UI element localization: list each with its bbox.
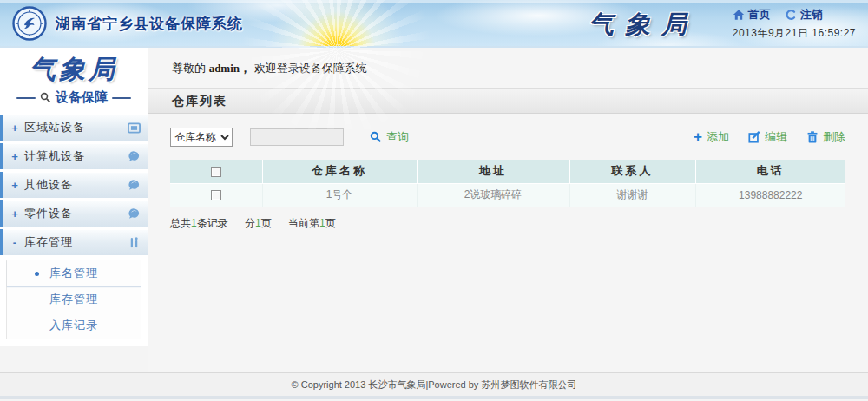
expand-plus-icon: + [11, 122, 18, 135]
collapse-minus-icon: - [11, 236, 18, 249]
pagination-text: 条记录 [197, 217, 228, 229]
bureau-title: 气象局 [589, 8, 698, 43]
query-button-label: 查询 [386, 129, 409, 145]
footer-bottom-strip [0, 396, 868, 399]
header-cell-warehouse-name: 仓库名称 [262, 160, 417, 183]
row-cell-phone: 13988882222 [695, 183, 845, 207]
query-button[interactable]: 查询 [370, 129, 409, 145]
submenu-item-inventory-management[interactable]: 库存管理 [7, 286, 141, 312]
sidebar-item-inventory-management[interactable]: - 库存管理 [0, 229, 148, 255]
header-cell-address: 地址 [417, 160, 569, 183]
welcome-message: 尊敬的 admin， 欢迎登录设备保障系统 [148, 48, 868, 76]
pagination-current-page: 1 [319, 217, 326, 229]
submenu-item-label: 库存管理 [49, 293, 98, 306]
search-icon [370, 131, 382, 143]
delete-button-label: 删除 [823, 129, 845, 145]
expand-plus-icon: + [11, 150, 18, 163]
divider-line [112, 97, 131, 99]
submenu-item-label: 入库记录 [49, 319, 98, 332]
row-checkbox[interactable] [211, 190, 221, 200]
system-title: 湖南省宁乡县设备保障系统 [56, 14, 243, 34]
pagination-text: 分 [245, 217, 255, 229]
sidebar-item-label: 零件设备 [24, 206, 73, 221]
pagination-text: 当前第 [288, 217, 319, 229]
welcome-username: admin， [209, 62, 251, 75]
chat-bubble-icon [128, 207, 141, 220]
edit-icon [748, 131, 760, 143]
home-icon [733, 9, 745, 21]
inventory-icon [128, 236, 141, 249]
sidebar-logo-title: 气象局 [0, 48, 148, 88]
pagination-text: 页 [261, 217, 272, 229]
sidebar-item-other-equipment[interactable]: + 其他设备 [0, 172, 148, 198]
toolbar: 仓库名称 查询 + 添加 [170, 127, 845, 148]
sidebar-item-label: 库存管理 [24, 234, 73, 250]
sidebar-logo-subtitle: 设备保障 [56, 89, 108, 106]
sidebar-logo-subtitle-row: 设备保障 [0, 89, 148, 106]
pagination-pages-count: 1 [255, 217, 261, 229]
row-cell-warehouse-name: 1号个 [262, 183, 417, 207]
pagination-total: 总共1条记录 [170, 217, 228, 229]
pagination-text: 总共 [170, 217, 191, 229]
edit-button-label: 编辑 [765, 129, 787, 145]
submenu-item-inbound-records[interactable]: 入库记录 [7, 312, 141, 339]
datetime-text: 2013年9月21日 16:59:27 [733, 26, 856, 41]
pagination: 总共1条记录 分1页 当前第1页 [170, 216, 845, 231]
edit-button[interactable]: 编辑 [748, 129, 787, 145]
welcome-prefix: 尊敬的 [172, 62, 206, 75]
banner-brand: 湖南省宁乡县设备保障系统 [12, 6, 243, 41]
expand-plus-icon: + [11, 179, 18, 192]
home-link[interactable]: 首页 [733, 7, 771, 23]
panel-title: 仓库列表 [148, 88, 868, 114]
sidebar-item-label: 计算机设备 [24, 148, 85, 164]
logout-icon [785, 9, 797, 21]
trash-icon [806, 131, 819, 143]
divider-line [16, 97, 36, 99]
table-wrap: 仓库名称 地址 联系人 电话 1号个 2说玻璃碎碎 [170, 160, 845, 207]
page: 湖南省宁乡县设备保障系统 气象局 首页 注销 2013年9月21日 16:59: [0, 0, 868, 401]
main-content: 尊敬的 admin， 欢迎登录设备保障系统 仓库列表 仓库名称 查询 [148, 48, 868, 372]
active-bullet-icon [35, 272, 39, 276]
header-cell-select [170, 160, 262, 183]
submenu-item-warehouse-name-management[interactable]: 库名管理 [7, 260, 141, 286]
monitor-icon [128, 122, 141, 135]
table-row[interactable]: 1号个 2说玻璃碎碎 谢谢谢 13988882222 [170, 183, 845, 207]
table-header-row: 仓库名称 地址 联系人 电话 [170, 160, 845, 183]
warehouse-table: 仓库名称 地址 联系人 电话 1号个 2说玻璃碎碎 [170, 160, 845, 207]
expand-plus-icon: + [11, 207, 18, 220]
magnifier-icon [40, 92, 51, 103]
sidebar: 气象局 设备保障 + 区域站设备 [0, 48, 148, 372]
row-cell-contact: 谢谢谢 [569, 183, 695, 207]
plus-icon: + [694, 131, 702, 143]
logout-link-label: 注销 [800, 7, 823, 23]
chat-bubble-icon [128, 150, 141, 163]
sidebar-item-label: 区域站设备 [24, 120, 85, 135]
inventory-submenu: 库名管理 库存管理 入库记录 [6, 260, 141, 339]
pagination-pages: 分1页 [245, 217, 272, 229]
select-all-checkbox[interactable] [211, 167, 221, 177]
banner-user-area: 首页 注销 2013年9月21日 16:59:27 [733, 7, 856, 41]
submenu-item-label: 库名管理 [49, 266, 98, 279]
welcome-suffix: 欢迎登录设备保障系统 [254, 62, 367, 75]
add-button[interactable]: + 添加 [694, 129, 729, 145]
sidebar-item-parts-equipment[interactable]: + 零件设备 [0, 200, 148, 227]
row-cell-address: 2说玻璃碎碎 [417, 183, 569, 207]
pagination-current: 当前第1页 [288, 217, 336, 229]
copyright-text: © Copyright 2013 长沙市气象局|Powered by 苏州梦图软… [292, 379, 577, 390]
chat-bubble-icon [128, 179, 141, 192]
pagination-text: 页 [326, 217, 336, 229]
sidebar-item-label: 其他设备 [24, 177, 73, 193]
header-cell-phone: 电话 [695, 160, 845, 183]
search-field-select[interactable]: 仓库名称 [170, 128, 233, 147]
top-banner: 湖南省宁乡县设备保障系统 气象局 首页 注销 2013年9月21日 16:59: [0, 0, 868, 48]
delete-button[interactable]: 删除 [806, 129, 845, 145]
add-button-label: 添加 [707, 129, 729, 145]
logout-link[interactable]: 注销 [785, 7, 823, 23]
header-cell-contact: 联系人 [569, 160, 695, 183]
sidebar-menu: + 区域站设备 + 计算机设备 [0, 115, 148, 255]
search-input[interactable] [250, 128, 344, 146]
sidebar-item-computer-equipment[interactable]: + 计算机设备 [0, 143, 148, 169]
pagination-total-count: 1 [191, 217, 197, 229]
sidebar-item-region-station-equipment[interactable]: + 区域站设备 [0, 115, 148, 141]
bureau-logo-icon [12, 6, 47, 41]
